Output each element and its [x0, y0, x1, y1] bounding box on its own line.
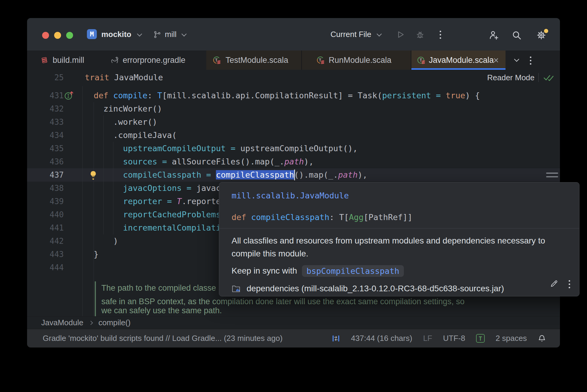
line-number[interactable]: 437: [27, 168, 64, 182]
tab-separator: [301, 51, 302, 70]
branch-selector[interactable]: mill: [165, 18, 177, 51]
line-number[interactable]: 438: [27, 182, 64, 195]
code-line-437[interactable]: 437 compileClasspath = compileClasspath(…: [27, 168, 560, 182]
breadcrumb: JavaModule compile(): [27, 316, 560, 329]
line-number[interactable]: 441: [27, 221, 64, 234]
svg-text:T: T: [215, 58, 218, 63]
minimize-window-button[interactable]: [54, 32, 61, 39]
title-bar: M mockito mill Current File: [27, 18, 560, 51]
code-line-432[interactable]: 432 zincWorker(): [27, 102, 560, 115]
source-jar-label[interactable]: dependencies (mill-scalalib_2.13-0.12.0-…: [247, 284, 504, 293]
code-line-433[interactable]: 433 .worker(): [27, 115, 560, 129]
code-text: zincWorker(): [84, 102, 162, 115]
encoding-widget[interactable]: UTF-8: [443, 334, 465, 343]
popup-signature: def compileClasspath: T[Agg[PathRef]]: [232, 213, 413, 222]
tab-runmodule-scala[interactable]: RunModule.scala: [329, 51, 392, 70]
documentation-popup: mill.scalalib.JavaModule def compileClas…: [219, 182, 579, 296]
git-branch-icon: [153, 31, 161, 38]
indent-widget[interactable]: 2 spaces: [496, 334, 527, 343]
code-line-436[interactable]: 436 sources = allSourceFiles().map(_.pat…: [27, 155, 560, 168]
keep-in-sync-label: Keep in sync with: [232, 266, 297, 276]
code-text: sources = allSourceFiles().map(_.path),: [84, 155, 314, 168]
bsp-compile-classpath-link[interactable]: bspCompileClasspath: [302, 265, 404, 277]
sticky-header-line: 25 trait JavaModule Reader Mode: [27, 70, 560, 87]
sticky-separator: [538, 73, 539, 82]
line-number[interactable]: 443: [27, 248, 64, 261]
tab-javamodule-scala[interactable]: JavaModule.scala: [429, 51, 494, 70]
project-selector[interactable]: mockito: [101, 18, 131, 51]
doc-comment-text: we can safely use the same path.: [101, 305, 222, 316]
code-text: }: [84, 248, 99, 261]
scala-trait-icon: T: [417, 56, 426, 65]
desktop-background: M mockito mill Current File: [0, 0, 587, 392]
mill-file-icon: [41, 56, 48, 64]
line-number[interactable]: 442: [27, 234, 64, 248]
gradle-icon: [111, 57, 119, 64]
line-number[interactable]: 444: [27, 261, 64, 274]
project-icon: M: [87, 29, 97, 39]
line-number[interactable]: 434: [27, 129, 64, 142]
svg-text:T: T: [319, 58, 321, 63]
code-line-435[interactable]: 435 upstreamCompileOutput = upstreamComp…: [27, 142, 560, 155]
tab-build-mill[interactable]: build.mill: [53, 51, 84, 70]
editor-tab-bar: build.mill errorprone.gradle T TestModul…: [27, 51, 560, 70]
code-with-me-button[interactable]: [489, 30, 499, 40]
scala-trait-icon: T: [316, 56, 325, 65]
popup-divider: [219, 228, 579, 228]
maximize-window-button[interactable]: [66, 32, 73, 39]
text-caret: [294, 170, 295, 180]
inspections-ok-icon[interactable]: [543, 73, 555, 82]
notifications-bell-icon[interactable]: [538, 334, 546, 343]
tab-errorprone-gradle[interactable]: errorprone.gradle: [123, 51, 186, 70]
line-number[interactable]: 435: [27, 142, 64, 155]
sticky-code[interactable]: trait JavaModule: [85, 70, 163, 85]
search-everywhere-button[interactable]: [512, 30, 522, 40]
line-number[interactable]: 440: [27, 208, 64, 221]
edit-pencil-icon[interactable]: [549, 279, 558, 288]
breadcrumb-item-javamodule[interactable]: JavaModule: [41, 318, 83, 327]
scala-trait-icon: T: [212, 56, 221, 65]
doc-comment-text: The path to the compiled classe: [101, 283, 216, 293]
code-line-434[interactable]: 434 .compileJava(: [27, 129, 560, 142]
close-tab-icon[interactable]: [494, 58, 498, 63]
column-sync-icon[interactable]: [332, 334, 340, 343]
line-number[interactable]: 432: [27, 102, 64, 115]
code-text: .worker(): [84, 115, 157, 129]
scrollbar-thumb[interactable]: [546, 173, 558, 174]
doc-comment-border: [95, 281, 96, 316]
tab-options-button[interactable]: [530, 57, 531, 65]
line-number[interactable]: 433: [27, 115, 64, 129]
tab-testmodule-scala[interactable]: TestModule.scala: [226, 51, 288, 70]
true-indent-icon[interactable]: T: [476, 334, 485, 343]
svg-text:I: I: [67, 93, 70, 99]
status-message[interactable]: Gradle 'mockito' build scripts found // …: [43, 329, 283, 347]
library-sources-folder-icon: [232, 284, 241, 293]
debug-button[interactable]: [416, 30, 425, 39]
code-text: def compile: T[mill.scalalib.api.Compila…: [84, 89, 480, 102]
intention-bulb-icon[interactable]: [89, 170, 98, 180]
line-number[interactable]: 439: [27, 195, 64, 208]
breadcrumb-chevron-icon: [89, 320, 93, 325]
line-ending-widget[interactable]: LF: [423, 334, 432, 343]
popup-description: All classfiles and resources from upstre…: [232, 234, 545, 260]
more-actions-button[interactable]: [440, 31, 441, 39]
tab-list-chevron-icon[interactable]: [514, 57, 519, 62]
override-marker-icon[interactable]: I: [64, 90, 74, 101]
reader-mode-toggle[interactable]: Reader Mode: [487, 70, 535, 85]
code-text: incrementalCompilatio: [84, 221, 226, 234]
breadcrumb-item-compile[interactable]: compile(): [98, 318, 131, 327]
caret-position-widget[interactable]: 437:44 (16 chars): [351, 334, 412, 343]
line-number[interactable]: 436: [27, 155, 64, 168]
popup-more-button[interactable]: [569, 280, 570, 288]
code-text: ): [84, 234, 118, 248]
sticky-line-number[interactable]: 25: [27, 70, 64, 85]
run-configuration-selector[interactable]: Current File: [330, 18, 371, 51]
popup-qualifier-link[interactable]: mill.scalalib.JavaModule: [232, 191, 349, 200]
run-button[interactable]: [396, 30, 405, 39]
line-number[interactable]: 431: [27, 89, 64, 102]
sticky-name: JavaModule: [109, 73, 163, 82]
scrollbar-thumb[interactable]: [546, 176, 558, 177]
close-window-button[interactable]: [42, 32, 49, 39]
popup-description-line: All classfiles and resources from upstre…: [232, 234, 545, 247]
code-line-431[interactable]: 431 def compile: T[mill.scalalib.api.Com…: [27, 89, 560, 102]
